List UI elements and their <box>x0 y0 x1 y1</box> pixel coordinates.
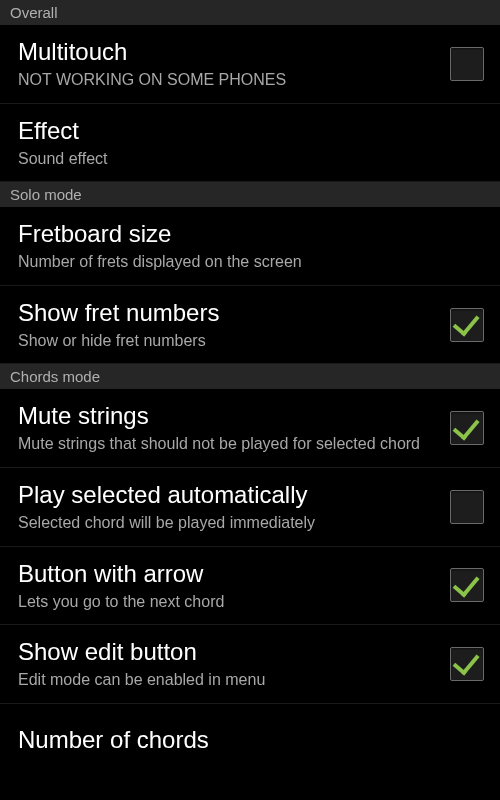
setting-show-fret-numbers[interactable]: Show fret numbers Show or hide fret numb… <box>0 286 500 365</box>
checkbox-mute-strings[interactable] <box>450 411 484 445</box>
settings-list: Overall Multitouch NOT WORKING ON SOME P… <box>0 0 500 776</box>
setting-mute-strings[interactable]: Mute strings Mute strings that should no… <box>0 389 500 468</box>
setting-text: Show edit button Edit mode can be enable… <box>18 637 438 691</box>
setting-subtitle: Mute strings that should not be played f… <box>18 433 438 455</box>
setting-subtitle: Selected chord will be played immediatel… <box>18 512 438 534</box>
setting-text: Button with arrow Lets you go to the nex… <box>18 559 438 613</box>
setting-number-of-chords[interactable]: Number of chords <box>0 704 500 776</box>
setting-subtitle: Lets you go to the next chord <box>18 591 438 613</box>
setting-show-edit-button[interactable]: Show edit button Edit mode can be enable… <box>0 625 500 704</box>
setting-subtitle: NOT WORKING ON SOME PHONES <box>18 69 438 91</box>
setting-title: Multitouch <box>18 37 438 67</box>
setting-fretboard-size[interactable]: Fretboard size Number of frets displayed… <box>0 207 500 286</box>
checkbox-show-fret-numbers[interactable] <box>450 308 484 342</box>
setting-title: Play selected automatically <box>18 480 438 510</box>
setting-subtitle: Edit mode can be enabled in menu <box>18 669 438 691</box>
setting-title: Number of chords <box>18 725 484 755</box>
setting-title: Button with arrow <box>18 559 438 589</box>
setting-text: Play selected automatically Selected cho… <box>18 480 438 534</box>
setting-text: Number of chords <box>18 725 484 755</box>
checkbox-play-selected-auto[interactable] <box>450 490 484 524</box>
setting-effect[interactable]: Effect Sound effect <box>0 104 500 183</box>
checkbox-multitouch[interactable] <box>450 47 484 81</box>
setting-title: Mute strings <box>18 401 438 431</box>
setting-button-with-arrow[interactable]: Button with arrow Lets you go to the nex… <box>0 547 500 626</box>
setting-title: Show edit button <box>18 637 438 667</box>
section-header-overall: Overall <box>0 0 500 25</box>
section-header-chords: Chords mode <box>0 364 500 389</box>
setting-text: Effect Sound effect <box>18 116 484 170</box>
setting-text: Multitouch NOT WORKING ON SOME PHONES <box>18 37 438 91</box>
setting-multitouch[interactable]: Multitouch NOT WORKING ON SOME PHONES <box>0 25 500 104</box>
checkbox-button-with-arrow[interactable] <box>450 568 484 602</box>
setting-play-selected-auto[interactable]: Play selected automatically Selected cho… <box>0 468 500 547</box>
setting-subtitle: Show or hide fret numbers <box>18 330 438 352</box>
setting-title: Fretboard size <box>18 219 484 249</box>
checkbox-show-edit-button[interactable] <box>450 647 484 681</box>
setting-text: Show fret numbers Show or hide fret numb… <box>18 298 438 352</box>
setting-text: Mute strings Mute strings that should no… <box>18 401 438 455</box>
setting-text: Fretboard size Number of frets displayed… <box>18 219 484 273</box>
section-header-solo: Solo mode <box>0 182 500 207</box>
setting-title: Effect <box>18 116 484 146</box>
setting-subtitle: Number of frets displayed on the screen <box>18 251 484 273</box>
setting-subtitle: Sound effect <box>18 148 484 170</box>
setting-title: Show fret numbers <box>18 298 438 328</box>
